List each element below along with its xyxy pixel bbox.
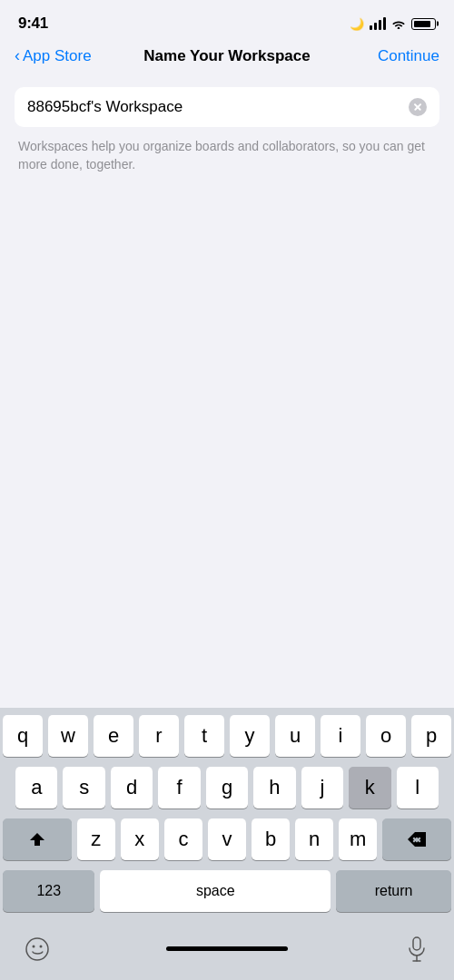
key-s[interactable]: s: [63, 767, 104, 808]
keyboard-row-1: q w e r t y u i o p: [3, 715, 451, 757]
signal-icon: [370, 17, 386, 30]
continue-button[interactable]: Continue: [378, 47, 439, 65]
key-u[interactable]: u: [275, 715, 315, 757]
workspace-name-input[interactable]: [27, 98, 409, 116]
svg-point-0: [26, 938, 48, 960]
key-a[interactable]: a: [15, 767, 57, 808]
key-g[interactable]: g: [206, 767, 248, 808]
keyboard: q w e r t y u i o p a s d f g h j k l z …: [0, 708, 454, 980]
status-time: 9:41: [18, 15, 48, 33]
moon-icon: 🌙: [350, 17, 364, 31]
svg-point-2: [40, 946, 43, 948]
key-p[interactable]: p: [411, 715, 451, 757]
key-x[interactable]: x: [121, 818, 159, 860]
key-e[interactable]: e: [94, 715, 133, 757]
emoji-icon: [25, 936, 50, 962]
status-bar: 9:41 🌙: [0, 0, 454, 40]
workspace-name-field-container: [15, 87, 439, 127]
microphone-icon: [407, 936, 427, 962]
keyboard-row-2: a s d f g h j k l: [3, 767, 451, 808]
emoji-key[interactable]: [17, 929, 57, 969]
key-k[interactable]: k: [349, 767, 390, 808]
key-o[interactable]: o: [366, 715, 406, 757]
space-key[interactable]: space: [100, 870, 331, 912]
shift-key[interactable]: [3, 818, 72, 860]
key-m[interactable]: m: [339, 818, 377, 860]
key-n[interactable]: n: [295, 818, 333, 860]
wifi-icon: [391, 18, 406, 29]
back-chevron-icon: ‹: [15, 46, 20, 65]
helper-text: Workspaces help you organize boards and …: [15, 138, 439, 173]
svg-rect-3: [413, 937, 420, 950]
home-indicator: [166, 946, 288, 951]
key-r[interactable]: r: [139, 715, 179, 757]
key-d[interactable]: d: [111, 767, 153, 808]
key-y[interactable]: y: [230, 715, 270, 757]
keyboard-row-3: z x c v b n m: [3, 818, 451, 860]
key-t[interactable]: t: [184, 715, 224, 757]
keyboard-row-4: 123 space return: [3, 870, 451, 912]
back-button[interactable]: ‹ App Store: [15, 47, 92, 65]
status-icons: 🌙: [350, 17, 436, 31]
microphone-key[interactable]: [397, 929, 437, 969]
clear-input-button[interactable]: [409, 98, 427, 116]
shift-icon: [28, 830, 46, 848]
back-label[interactable]: App Store: [23, 47, 92, 65]
backspace-key[interactable]: [382, 818, 451, 860]
return-key[interactable]: return: [336, 870, 451, 912]
backspace-icon: [407, 831, 427, 848]
keyboard-accessory-row: [3, 922, 451, 980]
key-l[interactable]: l: [397, 767, 439, 808]
number-key[interactable]: 123: [3, 870, 94, 912]
page-title: Name Your Workspace: [143, 47, 310, 65]
key-i[interactable]: i: [321, 715, 360, 757]
key-h[interactable]: h: [253, 767, 295, 808]
key-z[interactable]: z: [77, 818, 115, 860]
navigation-bar: ‹ App Store Name Your Workspace Continue: [0, 40, 454, 76]
key-q[interactable]: q: [3, 715, 43, 757]
content-area: Workspaces help you organize boards and …: [0, 76, 454, 173]
key-v[interactable]: v: [208, 818, 246, 860]
key-b[interactable]: b: [252, 818, 290, 860]
key-w[interactable]: w: [48, 715, 88, 757]
key-j[interactable]: j: [301, 767, 343, 808]
svg-point-1: [33, 946, 35, 948]
battery-icon: [411, 18, 436, 30]
key-f[interactable]: f: [158, 767, 200, 808]
key-c[interactable]: c: [164, 818, 202, 860]
